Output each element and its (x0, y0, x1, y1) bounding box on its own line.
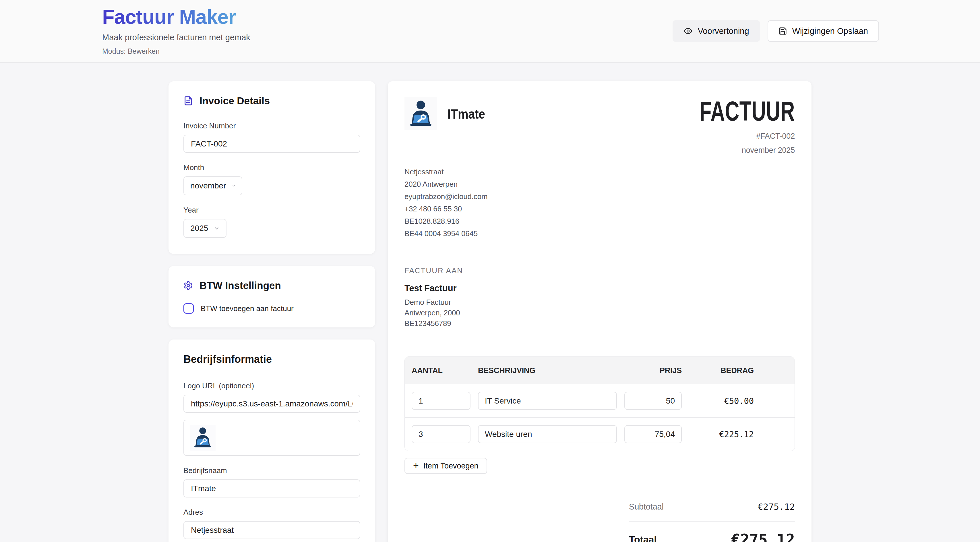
invoice-number-field: Invoice Number (183, 121, 360, 153)
btw-checkbox-label: BTW toevoegen aan factuur (200, 304, 294, 313)
btw-checkbox[interactable] (183, 303, 194, 314)
company-logo (190, 425, 216, 451)
invoice-date: november 2025 (662, 146, 795, 155)
plus-icon: + (413, 461, 419, 470)
month-label: Month (183, 163, 360, 172)
address-line: BE44 0004 3954 0645 (404, 228, 795, 240)
save-button[interactable]: Wijzigingen Opslaan (768, 20, 879, 42)
chevron-down-icon (214, 225, 220, 232)
save-icon (778, 27, 787, 35)
invoice-details-heading: Invoice Details (183, 95, 360, 107)
client-name: Test Factuur (404, 283, 795, 293)
invoice-preview: ITmate FACTUUR #FACT-002 november 2025 N… (388, 81, 811, 542)
table-row: €50.00 (405, 384, 795, 417)
app-title: Factuur Maker (102, 6, 250, 28)
year-field: Year 2025 (183, 206, 360, 238)
address-line: BE1028.828.916 (404, 215, 795, 228)
person-laptop-logo-icon (190, 425, 215, 450)
line-items-table: AANTAL BESCHRIJVING PRIJS BEDRAG €50.00 … (404, 357, 795, 451)
invoice-header: ITmate FACTUUR #FACT-002 november 2025 (404, 97, 795, 155)
column-header-bedrag: BEDRAG (689, 366, 754, 375)
price-input[interactable] (624, 392, 682, 410)
brand-block: Factuur Maker Maak professionele facture… (102, 6, 250, 56)
address-field: Adres (183, 508, 360, 539)
logo-url-field: Logo URL (optioneel) (183, 381, 360, 413)
invoice-title: FACTUUR (699, 97, 795, 125)
address-line: Netjesstraat (404, 166, 795, 178)
invoice-company-logo (404, 97, 437, 130)
address-line: +32 480 66 55 30 (404, 203, 795, 215)
total-value: €275.12 (731, 531, 795, 542)
address-label: Adres (183, 508, 360, 517)
logo-preview-box (183, 420, 360, 456)
btw-heading: BTW Instellingen (183, 280, 360, 291)
client-address: Demo Factuur Antwerpen, 2000 BE123456789 (404, 297, 795, 329)
mode-indicator: Modus: Bewerken (102, 47, 250, 56)
invoice-number: #FACT-002 (662, 132, 795, 141)
invoice-number-label: Invoice Number (183, 121, 360, 131)
total-label: Totaal (629, 534, 657, 542)
file-text-icon (183, 96, 193, 106)
client-line: Demo Factuur (404, 297, 795, 308)
quantity-input[interactable] (412, 425, 471, 443)
company-name-label: Bedrijfsnaam (183, 466, 360, 475)
invoice-details-card: Invoice Details Invoice Number Month nov… (169, 81, 375, 254)
table-row: €225.12 (405, 417, 795, 451)
company-name-field: Bedrijfsnaam (183, 466, 360, 497)
description-input[interactable] (478, 425, 617, 443)
bill-to-section: FACTUUR AAN Test Factuur Demo Factuur An… (404, 266, 795, 329)
company-name-input[interactable] (183, 479, 360, 497)
column-header-beschrijving: BESCHRIJVING (478, 366, 617, 375)
address-input[interactable] (183, 521, 360, 539)
year-select[interactable]: 2025 (183, 219, 226, 238)
line-items-header: AANTAL BESCHRIJVING PRIJS BEDRAG (405, 357, 795, 384)
address-line: 2020 Antwerpen (404, 178, 795, 190)
app-header: Factuur Maker Maak professionele facture… (0, 0, 980, 63)
person-laptop-logo-icon (405, 98, 437, 130)
company-info-heading: Bedrijfsinformatie (183, 353, 360, 365)
row-amount: €225.12 (689, 429, 754, 439)
client-line: BE123456789 (404, 318, 795, 329)
invoice-number-input[interactable] (183, 135, 360, 153)
column-header-aantal: AANTAL (412, 366, 471, 375)
subtotal-value: €275.12 (758, 502, 795, 512)
invoice-company-name: ITmate (447, 106, 485, 122)
add-item-button[interactable]: + Item Toevoegen (404, 458, 487, 474)
company-info-card: Bedrijfsinformatie Logo URL (optioneel) (169, 340, 375, 542)
chevron-down-icon (232, 182, 235, 189)
invoice-company-block: ITmate (404, 97, 490, 130)
logo-url-label: Logo URL (optioneel) (183, 381, 360, 391)
month-select[interactable]: november (183, 176, 242, 195)
gear-icon (183, 281, 193, 290)
invoice-meta-block: FACTUUR #FACT-002 november 2025 (662, 97, 795, 155)
invoice-company-address: Netjesstraat 2020 Antwerpen eyuptrabzon@… (404, 166, 795, 240)
settings-sidebar: Invoice Details Invoice Number Month nov… (169, 81, 375, 542)
preview-button[interactable]: Voorvertoning (673, 20, 760, 42)
subtotal-label: Subtotaal (629, 502, 663, 512)
logo-url-input[interactable] (183, 395, 360, 413)
total-row: Totaal €275.12 (629, 531, 795, 542)
address-line: eyuptrabzon@icloud.com (404, 190, 795, 203)
month-field: Month november (183, 163, 360, 195)
bill-to-label: FACTUUR AAN (404, 266, 795, 275)
description-input[interactable] (478, 392, 617, 410)
client-line: Antwerpen, 2000 (404, 308, 795, 318)
price-input[interactable] (624, 425, 682, 443)
btw-checkbox-row: BTW toevoegen aan factuur (183, 303, 360, 314)
main-content: Invoice Details Invoice Number Month nov… (0, 63, 980, 542)
header-actions: Voorvertoning Wijzigingen Opslaan (673, 20, 879, 42)
btw-settings-card: BTW Instellingen BTW toevoegen aan factu… (169, 266, 375, 327)
row-amount: €50.00 (689, 396, 754, 406)
column-header-prijs: PRIJS (624, 366, 682, 375)
totals-section: Subtotaal €275.12 Totaal €275.12 (629, 502, 795, 542)
year-label: Year (183, 206, 360, 215)
subtotal-row: Subtotaal €275.12 (629, 502, 795, 521)
app-subtitle: Maak professionele facturen met gemak (102, 33, 250, 42)
quantity-input[interactable] (412, 392, 471, 410)
eye-icon (684, 26, 693, 36)
